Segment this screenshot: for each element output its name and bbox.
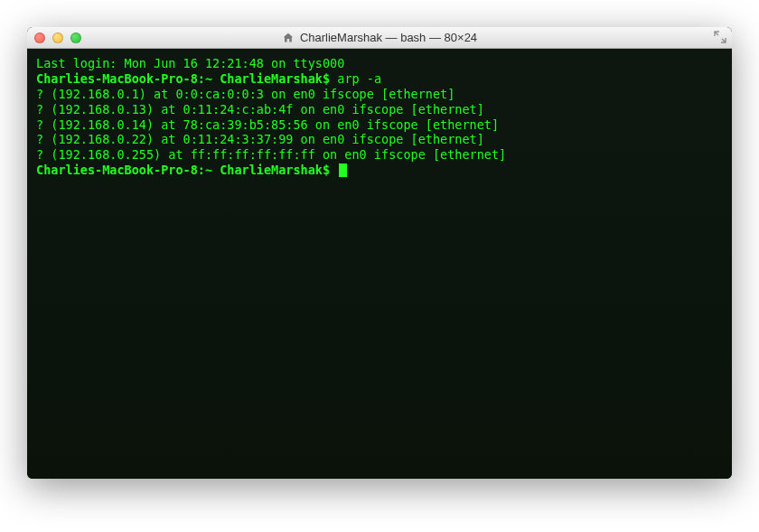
terminal-window: CharlieMarshak — bash — 80×24 Last login… bbox=[27, 27, 732, 479]
window-title: CharlieMarshak — bash — 80×24 bbox=[282, 31, 477, 44]
prompt-host: Charlies-MacBook-Pro-8:~ CharlieMarshak$ bbox=[36, 163, 330, 177]
arp-output-line: ? (192.168.0.1) at 0:0:ca:0:0:3 on en0 i… bbox=[36, 87, 723, 102]
titlebar[interactable]: CharlieMarshak — bash — 80×24 bbox=[27, 27, 732, 49]
arp-output-line: ? (192.168.0.14) at 78:ca:39:b5:85:56 on… bbox=[36, 117, 723, 133]
cursor-block bbox=[339, 163, 347, 177]
zoom-button[interactable] bbox=[70, 33, 81, 43]
prompt-line: Charlies-MacBook-Pro-8:~ CharlieMarshak$ bbox=[36, 163, 723, 178]
traffic-lights bbox=[34, 33, 81, 43]
command-text: arp -a bbox=[337, 71, 381, 86]
window-title-text: CharlieMarshak — bash — 80×24 bbox=[300, 31, 477, 44]
close-button[interactable] bbox=[34, 33, 45, 43]
arp-output-line: ? (192.168.0.13) at 0:11:24:c:ab:4f on e… bbox=[36, 102, 723, 117]
command-line: Charlies-MacBook-Pro-8:~ CharlieMarshak$… bbox=[36, 71, 723, 87]
terminal-body[interactable]: Last login: Mon Jun 16 12:21:48 on ttys0… bbox=[27, 49, 732, 479]
arp-output-line: ? (192.168.0.255) at ff:ff:ff:ff:ff:ff o… bbox=[36, 147, 723, 163]
last-login-line: Last login: Mon Jun 16 12:21:48 on ttys0… bbox=[36, 56, 723, 71]
home-icon bbox=[282, 32, 295, 44]
prompt-host: Charlies-MacBook-Pro-8:~ CharlieMarshak$ bbox=[36, 71, 330, 86]
minimize-button[interactable] bbox=[52, 33, 63, 43]
arp-output-line: ? (192.168.0.22) at 0:11:24:3:37:99 on e… bbox=[36, 132, 723, 147]
fullscreen-icon[interactable] bbox=[714, 31, 726, 43]
